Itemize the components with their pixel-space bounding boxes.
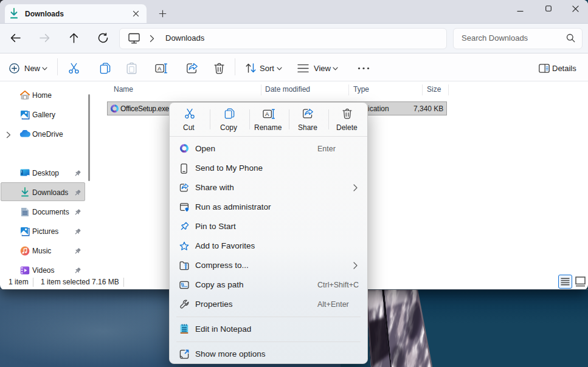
- svg-text:A: A: [265, 111, 269, 117]
- svg-text:A: A: [157, 65, 162, 72]
